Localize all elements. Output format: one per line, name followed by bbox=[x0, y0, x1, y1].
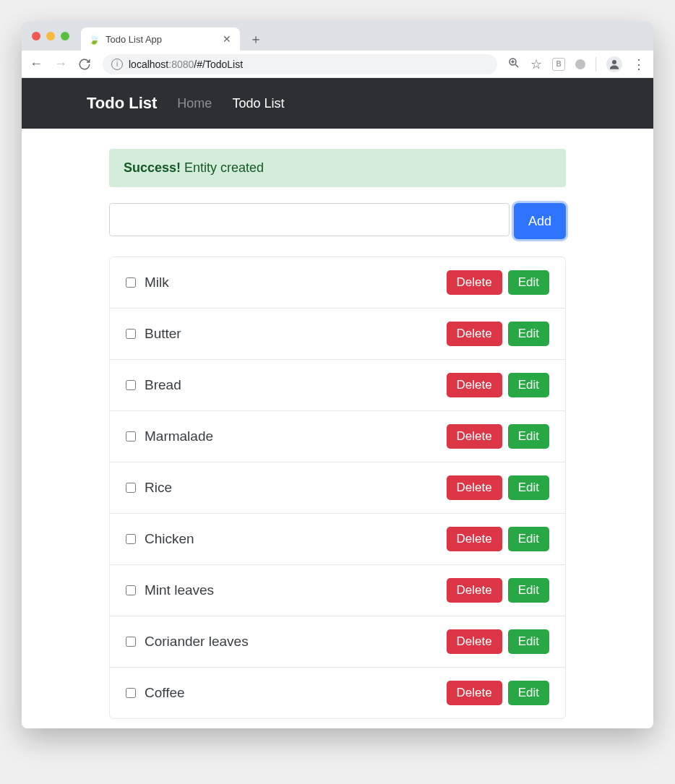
add-todo-input[interactable] bbox=[109, 203, 510, 236]
toolbar-separator bbox=[596, 57, 596, 72]
todo-checkbox[interactable] bbox=[126, 534, 136, 544]
alert-message: Entity created bbox=[184, 160, 264, 175]
todo-item: BreadDeleteEdit bbox=[110, 359, 565, 410]
browser-toolbar: ← → i localhost:8080/#/TodoList ☆ B ⋮ bbox=[22, 51, 653, 78]
site-info-icon[interactable]: i bbox=[111, 59, 123, 70]
edit-button[interactable]: Edit bbox=[508, 527, 549, 551]
forward-button[interactable]: → bbox=[53, 56, 68, 72]
todo-checkbox[interactable] bbox=[126, 585, 136, 595]
delete-button[interactable]: Delete bbox=[447, 527, 502, 551]
delete-button[interactable]: Delete bbox=[447, 322, 502, 346]
add-button[interactable]: Add bbox=[514, 203, 566, 239]
app-brand[interactable]: Todo List bbox=[87, 94, 157, 113]
todo-list: MilkDeleteEditButterDeleteEditBreadDelet… bbox=[109, 257, 566, 719]
todo-checkbox[interactable] bbox=[126, 277, 136, 288]
url-host: localhost bbox=[129, 59, 168, 70]
alert-strong: Success! bbox=[124, 160, 181, 175]
edit-button[interactable]: Edit bbox=[508, 322, 549, 346]
browser-window: 🍃 Todo List App ✕ ＋ ← → i localhost:8080… bbox=[22, 22, 653, 728]
star-icon[interactable]: ☆ bbox=[530, 56, 542, 72]
todo-item: ChickenDeleteEdit bbox=[110, 513, 565, 564]
alert-success: Success! Entity created bbox=[109, 149, 566, 187]
url-port: :8080 bbox=[168, 59, 194, 70]
zoom-icon[interactable] bbox=[507, 56, 520, 72]
edit-button[interactable]: Edit bbox=[508, 373, 549, 397]
todo-label: Butter bbox=[145, 326, 447, 342]
todo-item: MarmaladeDeleteEdit bbox=[110, 410, 565, 462]
delete-button[interactable]: Delete bbox=[447, 373, 502, 397]
kebab-menu-icon[interactable]: ⋮ bbox=[632, 58, 646, 71]
svg-line-1 bbox=[515, 64, 518, 67]
reload-button[interactable] bbox=[78, 58, 93, 71]
todo-checkbox[interactable] bbox=[126, 431, 136, 441]
close-icon[interactable]: ✕ bbox=[221, 33, 233, 45]
todo-label: Bread bbox=[145, 377, 447, 393]
delete-button[interactable]: Delete bbox=[447, 270, 502, 295]
todo-label: Milk bbox=[145, 275, 447, 290]
delete-button[interactable]: Delete bbox=[447, 424, 502, 449]
todo-label: Mint leaves bbox=[145, 582, 447, 598]
page-viewport: Todo List Home Todo List Success! Entity… bbox=[22, 78, 653, 728]
todo-item: CoffeeDeleteEdit bbox=[110, 667, 565, 718]
todo-label: Rice bbox=[145, 480, 447, 496]
todo-item: Coriander leavesDeleteEdit bbox=[110, 616, 565, 667]
edit-button[interactable]: Edit bbox=[508, 270, 549, 295]
url-path: /#/TodoList bbox=[194, 59, 243, 70]
todo-checkbox[interactable] bbox=[126, 688, 136, 698]
todo-label: Coffee bbox=[145, 685, 447, 701]
edit-button[interactable]: Edit bbox=[508, 578, 549, 603]
edit-button[interactable]: Edit bbox=[508, 629, 549, 654]
delete-button[interactable]: Delete bbox=[447, 475, 502, 500]
todo-checkbox[interactable] bbox=[126, 329, 136, 339]
edit-button[interactable]: Edit bbox=[508, 681, 549, 705]
delete-button[interactable]: Delete bbox=[447, 578, 502, 603]
window-close-icon[interactable] bbox=[32, 32, 40, 40]
app-navbar: Todo List Home Todo List bbox=[22, 78, 653, 129]
todo-label: Chicken bbox=[145, 531, 447, 547]
edit-button[interactable]: Edit bbox=[508, 475, 549, 500]
new-tab-button[interactable]: ＋ bbox=[246, 29, 266, 49]
todo-item: Mint leavesDeleteEdit bbox=[110, 564, 565, 616]
profile-icon[interactable] bbox=[606, 56, 622, 72]
nav-link-home[interactable]: Home bbox=[177, 96, 212, 111]
todo-checkbox[interactable] bbox=[126, 380, 136, 390]
todo-label: Coriander leaves bbox=[145, 634, 447, 650]
browser-tab-strip: 🍃 Todo List App ✕ ＋ bbox=[22, 22, 653, 51]
nav-link-todo-list[interactable]: Todo List bbox=[232, 96, 284, 111]
add-todo-form: Add bbox=[109, 203, 566, 239]
delete-button[interactable]: Delete bbox=[447, 681, 502, 705]
leaf-icon: 🍃 bbox=[88, 35, 100, 44]
back-button[interactable]: ← bbox=[29, 56, 43, 72]
extension-circle-icon[interactable] bbox=[575, 59, 585, 69]
page-container: Success! Entity created Add MilkDeleteEd… bbox=[106, 149, 569, 719]
todo-checkbox[interactable] bbox=[126, 637, 136, 647]
window-zoom-icon[interactable] bbox=[61, 32, 69, 40]
extension-b-icon[interactable]: B bbox=[552, 58, 565, 71]
browser-tab-title: Todo List App bbox=[106, 34, 215, 45]
todo-checkbox[interactable] bbox=[126, 483, 136, 493]
address-bar[interactable]: i localhost:8080/#/TodoList bbox=[103, 54, 497, 74]
svg-point-4 bbox=[612, 60, 616, 64]
window-controls bbox=[32, 32, 69, 40]
todo-item: ButterDeleteEdit bbox=[110, 308, 565, 359]
todo-item: RiceDeleteEdit bbox=[110, 462, 565, 513]
todo-item: MilkDeleteEdit bbox=[110, 257, 565, 308]
edit-button[interactable]: Edit bbox=[508, 424, 549, 449]
browser-tab[interactable]: 🍃 Todo List App ✕ bbox=[81, 27, 240, 51]
todo-label: Marmalade bbox=[145, 428, 447, 444]
toolbar-right: ☆ B ⋮ bbox=[507, 56, 646, 72]
window-minimize-icon[interactable] bbox=[46, 32, 55, 40]
delete-button[interactable]: Delete bbox=[447, 629, 502, 654]
